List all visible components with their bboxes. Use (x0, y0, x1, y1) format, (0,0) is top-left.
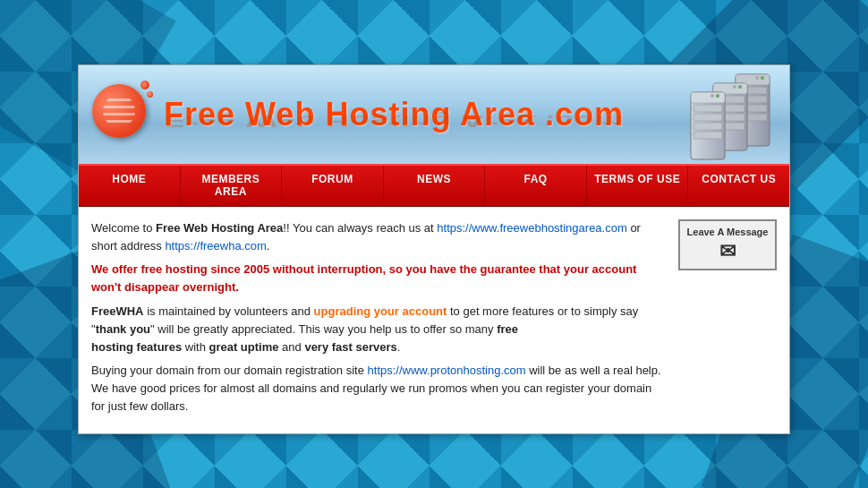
intro-text-2: !! You can always reach us at (283, 221, 437, 235)
logo-area: Free Web Hosting Area .com Free Web Host… (92, 84, 624, 145)
intro-text-1: Welcome to (91, 221, 156, 235)
sphere-line (103, 120, 135, 123)
site-header: Free Web Hosting Area .com Free Web Host… (79, 65, 789, 164)
svg-rect-21 (694, 132, 722, 139)
freewha-text-3: " will be greatly appreciated. This way … (150, 322, 497, 336)
thank-you-text: thank you (96, 322, 150, 336)
domain-text-1: Buying your domain from our domain regis… (91, 364, 368, 377)
main-content: Welcome to Free Web Hosting Area!! You c… (91, 219, 668, 421)
freewha-text-1: is maintained by volunteers and (144, 304, 314, 318)
link-proton[interactable]: https://www.protonhosting.com (368, 364, 526, 377)
sphere-line (103, 106, 135, 108)
intro-paragraph: Welcome to Free Web Hosting Area!! You c… (91, 219, 668, 255)
leave-message-box[interactable]: Leave A Message ✉ (678, 219, 777, 270)
site-name-bold: Free Web Hosting Area (156, 221, 283, 235)
nav-news[interactable]: NEWS (384, 166, 486, 205)
main-window: Free Web Hosting Area .com Free Web Host… (78, 64, 790, 434)
upgrade-link[interactable]: upgrading your account (314, 304, 447, 318)
sphere-lines (103, 95, 135, 127)
great-uptime-bold: great uptime (208, 340, 278, 354)
header-title: Free Web Hosting Area .com Free Web Host… (164, 96, 624, 133)
fast-servers-bold: very fast servers (304, 340, 396, 354)
intro-text-4: . (267, 239, 270, 253)
svg-point-7 (755, 76, 759, 80)
nav-members-area[interactable]: MEMBERS AREA (181, 166, 283, 205)
svg-rect-19 (694, 114, 722, 121)
envelope-icon: ✉ (685, 240, 770, 263)
nav-contact[interactable]: CONTACT US (688, 166, 789, 205)
nav-terms[interactable]: TERMS OF USE (587, 166, 689, 205)
hosting-features-bold: hosting features (91, 340, 182, 354)
svg-point-23 (711, 94, 714, 98)
sidebar: Leave A Message ✉ (678, 219, 777, 421)
freewha-text-4: with (182, 340, 208, 354)
title-reflection: Free Web Hosting Area .com (165, 111, 625, 130)
server-image (682, 70, 780, 164)
svg-point-22 (716, 94, 719, 98)
server-svg (682, 70, 780, 164)
svg-point-14 (738, 85, 742, 89)
main-nav: HOME MEMBERS AREA FORUM NEWS FAQ TERMS O… (79, 164, 789, 207)
svg-point-6 (761, 76, 764, 80)
content-area: Welcome to Free Web Hosting Area!! You c… (79, 207, 789, 433)
guarantee-paragraph: We offer free hosting since 2005 without… (91, 261, 668, 296)
domain-paragraph: Buying your domain from our domain regis… (91, 362, 668, 415)
link-short-site[interactable]: https://freewha.com (165, 239, 266, 253)
svg-rect-20 (694, 123, 722, 130)
logo-icon (92, 84, 153, 145)
freewha-name: FreeWHA (91, 304, 144, 318)
nav-forum[interactable]: FORUM (282, 166, 384, 205)
svg-rect-17 (691, 92, 725, 103)
sphere-line (103, 113, 135, 116)
link-main-site[interactable]: https://www.freewebhostingarea.com (437, 221, 626, 235)
nav-home[interactable]: HOME (79, 166, 181, 205)
freewha-paragraph: FreeWHA is maintained by volunteers and … (91, 303, 668, 356)
free-bold: free (497, 322, 518, 336)
leave-message-label: Leave A Message (685, 227, 770, 237)
sphere-line (103, 98, 135, 101)
svg-point-15 (733, 85, 736, 89)
freewha-text-6: . (397, 340, 401, 354)
logo-sphere (92, 84, 146, 138)
svg-rect-18 (694, 105, 722, 112)
freewha-text-5: and (278, 340, 304, 354)
nav-faq[interactable]: FAQ (485, 166, 587, 205)
